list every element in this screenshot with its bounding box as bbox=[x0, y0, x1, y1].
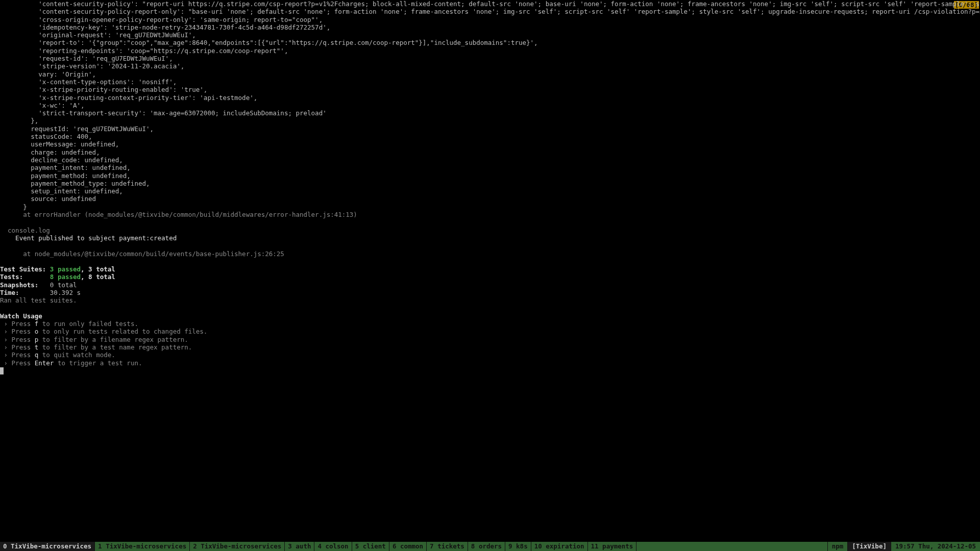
tmux-window-0[interactable]: 0 TixVibe-microservices bbox=[0, 542, 95, 551]
tmux-window-2[interactable]: 2 TixVibe-microservices bbox=[190, 542, 285, 551]
tmux-statusbar: 0 TixVibe-microservices1 TixVibe-microse… bbox=[0, 542, 980, 551]
tmux-window-9[interactable]: 9 k8s bbox=[505, 542, 531, 551]
tests-total: , 8 total bbox=[81, 273, 115, 281]
tmux-window-5[interactable]: 5 client bbox=[352, 542, 389, 551]
stack-trace-line: at node_modules/@tixvibe/common/build/ev… bbox=[0, 250, 284, 258]
cursor bbox=[0, 367, 4, 374]
tmux-window-8[interactable]: 8 orders bbox=[468, 542, 505, 551]
tmux-window-4[interactable]: 4 colson bbox=[314, 542, 352, 551]
tmux-window-10[interactable]: 10 expiration bbox=[531, 542, 588, 551]
time-label: Time: bbox=[0, 289, 50, 296]
status-clock: 19:57 Thu, 2024-12-05 bbox=[891, 542, 980, 551]
status-process: npm bbox=[827, 542, 848, 551]
tmux-window-1[interactable]: 1 TixVibe-microservices bbox=[95, 542, 190, 551]
tmux-window-3[interactable]: 3 auth bbox=[285, 542, 314, 551]
snapshots-value: 0 total bbox=[50, 281, 77, 289]
status-session: [TixVibe] bbox=[847, 542, 891, 551]
terminal-output[interactable]: 'content-security-policy': "report-uri h… bbox=[0, 0, 980, 542]
tmux-window-11[interactable]: 11 payments bbox=[588, 542, 637, 551]
console-log-message: Event published to subject payment:creat… bbox=[0, 234, 177, 242]
tmux-window-6[interactable]: 6 common bbox=[389, 542, 427, 551]
ran-all-suites: Ran all test suites. bbox=[0, 296, 77, 304]
stack-trace-line: at errorHandler (node_modules/@tixvibe/c… bbox=[0, 211, 357, 218]
console-log-label: console.log bbox=[0, 227, 50, 234]
time-value: 30.392 s bbox=[50, 289, 81, 296]
tests-label: Tests: bbox=[0, 273, 50, 281]
tests-passed: 8 passed bbox=[50, 273, 81, 281]
snapshots-label: Snapshots: bbox=[0, 281, 50, 289]
tmux-window-7[interactable]: 7 tickets bbox=[427, 542, 468, 551]
test-suites-passed: 3 passed bbox=[50, 265, 81, 273]
test-suites-label: Test Suites: bbox=[0, 265, 50, 273]
watch-usage-title: Watch Usage bbox=[0, 312, 42, 320]
test-suites-total: , 3 total bbox=[81, 265, 115, 273]
